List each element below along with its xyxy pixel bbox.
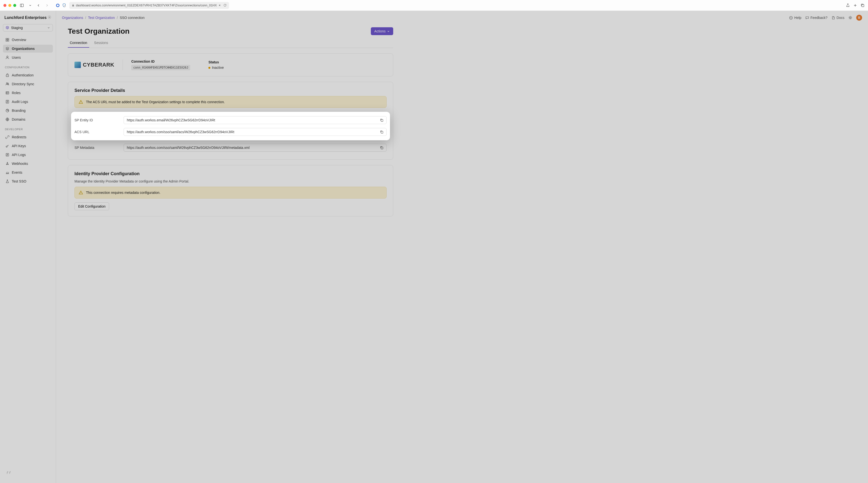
tabs-icon[interactable] bbox=[861, 3, 865, 7]
globe-icon bbox=[5, 118, 9, 121]
copy-icon[interactable] bbox=[379, 145, 384, 150]
tab-connection[interactable]: Connection bbox=[68, 38, 89, 48]
lock-icon bbox=[72, 4, 74, 7]
actions-button[interactable]: Actions bbox=[371, 27, 393, 35]
breadcrumb: Organizations / Test Organization / SSO … bbox=[56, 11, 868, 21]
sidebar-item-label: Overview bbox=[12, 38, 26, 42]
sidebar-item-organizations[interactable]: Organizations bbox=[3, 45, 53, 53]
avatar[interactable]: B bbox=[856, 15, 862, 21]
minimize-icon[interactable] bbox=[8, 4, 11, 7]
share-icon[interactable] bbox=[846, 3, 850, 7]
zoom-icon[interactable] bbox=[13, 4, 16, 7]
help-link[interactable]: Help bbox=[789, 16, 801, 20]
gear-icon[interactable] bbox=[48, 15, 51, 19]
doc-icon bbox=[831, 16, 835, 20]
svg-rect-8 bbox=[6, 40, 7, 41]
sidebar-item-redirects[interactable]: Redirects bbox=[3, 133, 53, 141]
palette-icon bbox=[5, 108, 9, 112]
sidebar-item-api-logs[interactable]: API Logs bbox=[3, 151, 53, 159]
status-dot-icon bbox=[208, 67, 210, 69]
log-icon bbox=[5, 153, 9, 157]
record-icon bbox=[56, 4, 59, 7]
sp-heading: Service Provider Details bbox=[74, 88, 386, 93]
provider-logo: CYBERARK bbox=[74, 62, 114, 68]
sidebar-item-label: Organizations bbox=[12, 47, 35, 51]
url-bar[interactable]: dashboard.workos.com/environment_01EZDEX… bbox=[69, 2, 229, 9]
service-provider-card: Service Provider Details The ACS URL mus… bbox=[68, 82, 393, 160]
feedback-link[interactable]: Feedback? bbox=[805, 16, 828, 20]
svg-point-15 bbox=[7, 92, 7, 93]
warning-icon bbox=[79, 100, 83, 104]
link-icon bbox=[5, 135, 9, 139]
chart-icon bbox=[5, 170, 9, 174]
sidebar-item-domains[interactable]: Domains bbox=[3, 116, 53, 123]
url-text: dashboard.workos.com/environment_01EZDEX… bbox=[76, 4, 217, 7]
sp-entity-row: SP Entity ID bbox=[74, 114, 386, 126]
docs-link[interactable]: Docs bbox=[831, 16, 844, 20]
tabs: Connection Sessions bbox=[68, 38, 393, 48]
list-icon bbox=[5, 100, 9, 104]
sp-metadata-label: SP Metadata bbox=[74, 146, 119, 150]
company-name: Lunchford Enterprises bbox=[4, 15, 47, 20]
connection-summary-card: CYBERARK Connection ID conn_01HXHFEHS1PD… bbox=[68, 53, 393, 76]
page-title: Test Organization bbox=[68, 27, 129, 35]
close-icon[interactable] bbox=[3, 4, 6, 7]
sidebar-item-roles[interactable]: Roles bbox=[3, 89, 53, 97]
webhook-icon bbox=[5, 162, 9, 166]
connection-id-label: Connection ID bbox=[131, 60, 190, 63]
sidebar-item-label: Audit Logs bbox=[12, 100, 28, 104]
url-left-icons bbox=[56, 3, 66, 8]
connection-id-value[interactable]: conn_01HXHFEHS1PDTCHHDX11E5X26J bbox=[131, 65, 190, 70]
svg-point-12 bbox=[6, 83, 8, 84]
acs-warning-text: The ACS URL must be added to the Test Or… bbox=[86, 100, 225, 104]
environment-select[interactable]: Staging bbox=[3, 24, 53, 31]
provider-logo-icon bbox=[74, 62, 81, 68]
connection-id-block: Connection ID conn_01HXHFEHS1PDTCHHDX11E… bbox=[131, 60, 190, 70]
svg-rect-9 bbox=[8, 40, 9, 41]
sidebar-item-webhooks[interactable]: Webhooks bbox=[3, 160, 53, 167]
sp-entity-input[interactable] bbox=[127, 118, 379, 122]
window-controls bbox=[3, 4, 16, 7]
svg-point-18 bbox=[7, 110, 7, 110]
sidebar-item-events[interactable]: Events bbox=[3, 168, 53, 176]
sidebar: Lunchford Enterprises Staging Overview O… bbox=[0, 11, 56, 483]
sidebar-item-users[interactable]: Users bbox=[3, 54, 53, 61]
plus-icon[interactable] bbox=[853, 3, 857, 7]
sp-metadata-input[interactable] bbox=[127, 146, 379, 150]
svg-point-19 bbox=[8, 110, 8, 110]
acs-url-input[interactable] bbox=[127, 130, 379, 134]
chat-icon bbox=[805, 16, 809, 20]
crumb-test-organization[interactable]: Test Organization bbox=[88, 16, 115, 20]
chevron-down-icon[interactable] bbox=[28, 3, 33, 8]
sidebar-item-authentication[interactable]: Authentication bbox=[3, 71, 53, 79]
theme-toggle-icon[interactable] bbox=[848, 16, 852, 20]
highlighted-fields: SP Entity ID ACS URL bbox=[71, 112, 390, 140]
crumb-current: SSO connection bbox=[120, 16, 145, 20]
copy-icon[interactable] bbox=[379, 118, 384, 123]
svg-rect-3 bbox=[72, 5, 74, 6]
forward-icon[interactable] bbox=[44, 3, 50, 8]
back-icon[interactable] bbox=[36, 3, 41, 8]
reload-icon[interactable] bbox=[223, 4, 226, 7]
acs-url-field[interactable] bbox=[124, 128, 386, 136]
sidebar-toggle-icon[interactable] bbox=[19, 3, 25, 8]
svg-rect-31 bbox=[381, 147, 383, 149]
sidebar-item-api-keys[interactable]: API Keys bbox=[3, 142, 53, 150]
key-icon bbox=[5, 144, 9, 148]
edit-configuration-button[interactable]: Edit Configuration bbox=[74, 202, 109, 210]
idp-card: Identity Provider Configuration Manage t… bbox=[68, 165, 393, 217]
sp-metadata-row: SP Metadata bbox=[74, 142, 386, 154]
crumb-organizations[interactable]: Organizations bbox=[62, 16, 83, 20]
audio-icon bbox=[218, 4, 221, 7]
copy-icon[interactable] bbox=[379, 129, 384, 135]
tab-sessions[interactable]: Sessions bbox=[92, 38, 110, 48]
svg-point-22 bbox=[6, 146, 7, 148]
sidebar-item-branding[interactable]: Branding bbox=[3, 107, 53, 115]
sidebar-item-overview[interactable]: Overview bbox=[3, 36, 53, 44]
sidebar-item-audit-logs[interactable]: Audit Logs bbox=[3, 98, 53, 106]
sidebar-item-directory-sync[interactable]: Directory Sync bbox=[3, 80, 53, 88]
sidebar-item-test-sso[interactable]: Test SSO bbox=[3, 178, 53, 185]
acs-url-row: ACS URL bbox=[74, 126, 386, 138]
sp-entity-field[interactable] bbox=[124, 116, 386, 124]
sp-metadata-field[interactable] bbox=[124, 144, 386, 152]
